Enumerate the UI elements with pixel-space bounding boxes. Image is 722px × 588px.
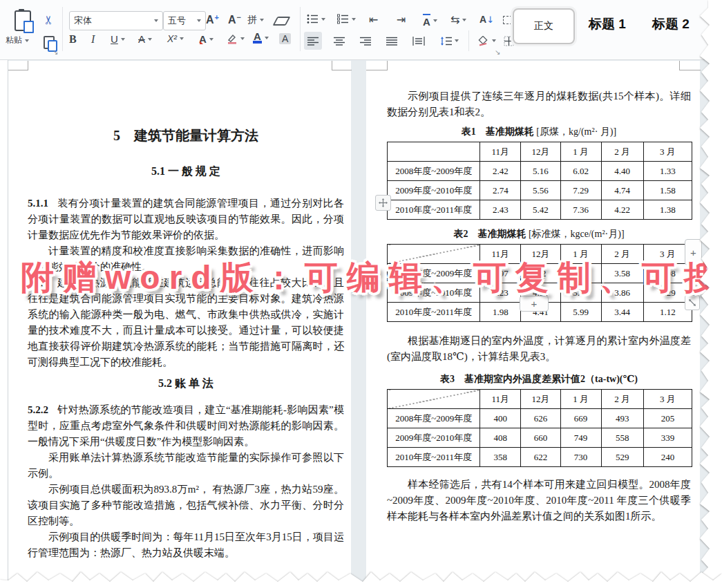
text-effects-icon: A — [199, 33, 207, 45]
document-area: 5 建筑节能量计算方法 5.1 一 般 规 定 5.1.1装有分项计量装置的建筑… — [0, 60, 722, 588]
page-right[interactable]: 示例项目提供了连续三年逐月的煤耗数据(共15个样本)。详细数据分别见表1和表2。… — [366, 61, 700, 588]
asian-layout-button[interactable]: ⇆ — [450, 13, 466, 26]
month-header-cell: 2 月 — [601, 142, 643, 162]
style-heading1[interactable]: 标题 1 — [589, 15, 626, 33]
clause-text: 装有分项计量装置的建筑合同能源管理项目，通过分别对比各分项计量装置的数据可以直观… — [28, 198, 344, 240]
align-left-button[interactable] — [304, 32, 322, 50]
table-row: 2010年度~2011年度2.435.427.364.221.38 — [388, 200, 692, 220]
scissors-icon: ✂ — [41, 15, 55, 25]
align-center-icon — [334, 37, 345, 46]
clear-format-button[interactable] — [275, 17, 288, 26]
chevron-down-icon — [321, 18, 325, 21]
table-1[interactable]: 11月12月1 月2 月3 月 2008年度~2009年度2.425.166.0… — [387, 142, 692, 220]
value-cell: 5.56 — [521, 181, 560, 200]
caption-unit: [标准煤，kgce/(m²·月)] — [526, 229, 624, 239]
character-shading-button[interactable]: A — [279, 33, 291, 44]
value-cell: 2.43 — [480, 200, 521, 220]
paste-clipboard-icon — [15, 10, 31, 31]
paste-dropdown[interactable]: 粘贴 — [6, 35, 29, 46]
shading-button[interactable] — [474, 32, 500, 50]
character-scale-button[interactable]: A — [423, 14, 437, 28]
caption-bold: 表3 基准期室内外温度差累计值2（ta-tw)(℃) — [440, 374, 638, 384]
highlight-color-button[interactable] — [227, 33, 245, 44]
value-cell: 493 — [601, 409, 643, 428]
font-color-icon: A — [253, 32, 262, 44]
phonetic-guide-button[interactable]: 拼 — [247, 14, 264, 26]
value-cell: 669 — [560, 409, 601, 428]
paragraph: 采用账单法计算热源系统节能改造节能量的实际操作可参照以下示例。 — [28, 450, 344, 482]
font-family-select[interactable]: 宋体 — [69, 11, 163, 30]
left-page-content: 5 建筑节能量计算方法 5.1 一 般 规 定 5.1.1装有分项计量装置的建筑… — [8, 61, 351, 561]
increase-indent-icon: ⇥ — [397, 13, 406, 26]
chevron-down-icon — [25, 39, 29, 42]
value-cell: 3.44 — [601, 303, 643, 322]
paragraph: 示例项目提供了连续三年逐月的煤耗数据(共15个样本)。详细数据分别见表1和表2。 — [387, 88, 691, 120]
value-cell: 408 — [480, 428, 521, 448]
clause-text: 针对热源系统的节能改造项目，建立“基准期能耗-影响因素”模型时，应重点考虑室外气… — [28, 404, 344, 447]
style-heading2-label: 标题 2 — [652, 17, 690, 31]
corner-cell-diagonal — [388, 390, 480, 409]
clipboard-group-launcher[interactable]: ↘ — [53, 48, 58, 56]
increase-font-icon: A — [206, 14, 214, 26]
row-label-cell: 2010年度~2011年度 — [388, 448, 480, 467]
plus-mark-icon: + — [215, 13, 219, 21]
table-row: 2009年度~2010年度2.745.567.294.741.58 — [388, 181, 692, 200]
value-cell: 4.40 — [601, 162, 643, 181]
sort-button[interactable]: A↓ — [479, 14, 494, 25]
bullet-list-icon — [307, 14, 319, 24]
underline-button[interactable]: U — [111, 33, 125, 45]
row-label-cell: 2010年度~2011年度 — [388, 200, 480, 220]
month-header-cell: 11月 — [480, 390, 521, 409]
font-size-select[interactable]: 五号 — [163, 11, 206, 30]
text-effects-button[interactable]: A — [199, 33, 213, 45]
month-header-cell: 1 月 — [560, 390, 601, 409]
align-right-button[interactable] — [357, 32, 374, 50]
table-row: 2008年度~2009年度2.425.166.024.401.33 — [388, 162, 692, 181]
bullet-list-button[interactable] — [307, 14, 325, 24]
increase-font-button[interactable]: A+ — [206, 14, 219, 26]
strikethrough-icon: A — [138, 33, 145, 45]
table-row: 2009年度~2010年度408660749558339 — [388, 428, 692, 448]
value-cell: 622 — [521, 448, 560, 467]
clause-5-2-2: 5.2.2针对热源系统的节能改造项目，建立“基准期能耗-影响因素”模型时，应重点… — [28, 402, 344, 450]
value-cell: 400 — [480, 409, 521, 428]
row-label-cell: 2010年度~2011年度 — [388, 303, 480, 322]
distribute-button[interactable] — [409, 32, 428, 50]
style-body-text[interactable]: 正文 — [513, 8, 575, 44]
paragraph: 示例项目的供暖季时间为：每年11月15日至次年3月15日，项目运行管理范围为：热… — [28, 529, 344, 561]
value-cell: 5.99 — [560, 303, 601, 322]
sort-icon: A — [479, 14, 486, 25]
superscript-button[interactable]: X² — [167, 33, 184, 44]
style-heading2[interactable]: 标题 2 — [652, 15, 690, 33]
cut-button[interactable]: ✂ — [40, 11, 57, 29]
bold-button[interactable]: B — [69, 33, 77, 46]
numbered-list-icon — [337, 14, 349, 24]
table-3[interactable]: 11月12月1 月2 月3 月 2008年度~2009年度40062666949… — [387, 389, 692, 467]
decrease-font-icon: A — [228, 14, 236, 26]
paragraph-group-launcher[interactable]: ↘ — [495, 48, 500, 56]
align-center-button[interactable] — [330, 32, 348, 50]
chevron-down-icon — [121, 38, 125, 41]
clause-number: 5.2.2 — [28, 404, 48, 415]
value-cell: 358 — [480, 448, 521, 467]
chevron-down-icon — [240, 37, 245, 40]
decrease-font-button[interactable]: A− — [228, 14, 241, 26]
crop-mark — [8, 61, 28, 70]
paste-button[interactable] — [11, 8, 35, 33]
strikethrough-button[interactable]: A — [138, 33, 152, 45]
italic-button[interactable]: I — [91, 33, 95, 46]
numbered-list-button[interactable] — [337, 14, 356, 24]
decrease-indent-button[interactable]: ⇤ — [369, 13, 378, 26]
distribute-icon — [412, 37, 425, 46]
highlight-pen-icon — [227, 33, 238, 44]
chevron-down-icon — [492, 39, 496, 42]
increase-indent-button[interactable]: ⇥ — [397, 13, 406, 26]
chevron-down-icon — [180, 37, 184, 40]
month-header-cell: 1 月 — [560, 142, 601, 162]
table-move-handle[interactable] — [375, 195, 391, 211]
line-spacing-button[interactable] — [437, 32, 462, 50]
font-color-button[interactable]: A — [253, 32, 269, 44]
page-left[interactable]: 5 建筑节能量计算方法 5.1 一 般 规 定 5.1.1装有分项计量装置的建筑… — [8, 61, 351, 588]
justify-button[interactable] — [383, 32, 401, 50]
value-cell: 339 — [643, 428, 692, 448]
